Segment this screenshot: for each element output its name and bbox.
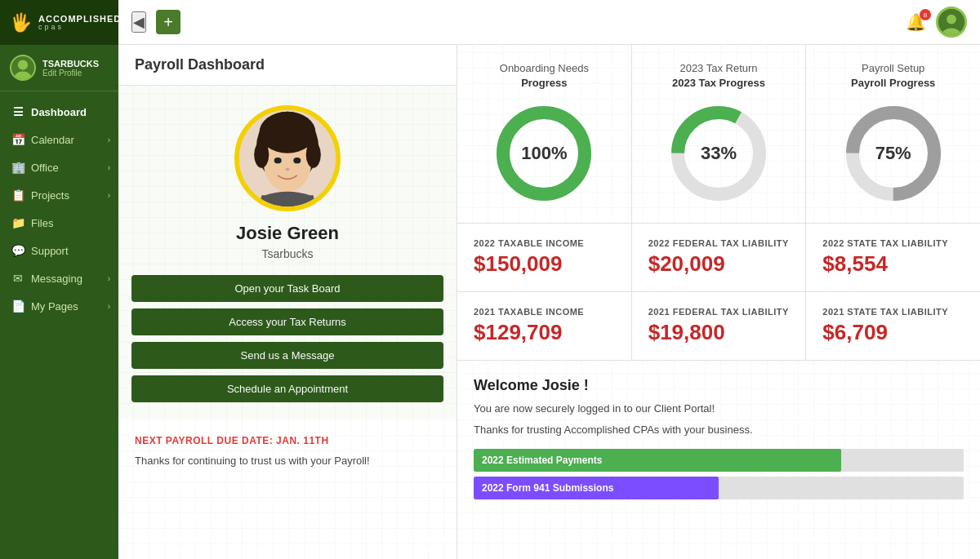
sidebar-item-mypages[interactable]: 📄 My Pages › <box>0 292 118 320</box>
tax-value: $129,709 <box>474 320 615 345</box>
main: ◀ + 🔔 8 Payroll Dashboard <box>118 0 980 559</box>
tax-value: $150,009 <box>474 251 615 277</box>
progress-label-2: 2022 Form 941 Submissions <box>482 482 613 494</box>
chart-tax-return: 2023 Tax Return 2023 Tax Progress 33% <box>632 45 807 223</box>
progress-bar-1: 2022 Estimated Payments <box>474 449 964 472</box>
tax-label: 2021 TAXABLE INCOME <box>474 307 615 317</box>
federal-tax-2022: 2022 FEDERAL TAX LIABILITY $20,009 <box>632 224 807 291</box>
profile-avatar <box>234 105 341 211</box>
welcome-title: Welcome Josie ! <box>474 377 964 394</box>
tax-label: 2022 TAXABLE INCOME <box>474 238 615 248</box>
topbar: ◀ + 🔔 8 <box>118 0 980 45</box>
svg-point-13 <box>285 168 289 171</box>
profile-name: Josie Green <box>236 223 339 244</box>
profile-section: Josie Green Tsarbucks Open your Task Boa… <box>118 86 457 419</box>
svg-point-3 <box>947 15 956 24</box>
notification-badge: 8 <box>920 9 931 20</box>
sidebar-item-messaging[interactable]: ✉ Messaging › <box>0 264 118 292</box>
mypages-icon: 📄 <box>11 299 24 313</box>
brand-sub: cpas <box>38 24 121 32</box>
state-tax-2021: 2021 STATE TAX LIABILITY $6,709 <box>806 292 980 360</box>
donut-label: 33% <box>701 143 737 164</box>
sidebar-item-files[interactable]: 📁 Files <box>0 209 118 237</box>
sidebar-item-label: Dashboard <box>31 106 87 118</box>
tax-value: $19,800 <box>648 320 790 345</box>
sidebar-item-label: My Pages <box>31 300 78 313</box>
donut-chart-2: 33% <box>666 100 772 206</box>
chart-payroll: Payroll Setup Payroll Progress 75% <box>806 45 980 223</box>
federal-tax-2021: 2021 FEDERAL TAX LIABILITY $19,800 <box>632 292 807 360</box>
messaging-icon: ✉ <box>11 272 24 285</box>
add-button[interactable]: + <box>156 10 180 34</box>
welcome-line1: You are now securely logged in to our Cl… <box>474 401 964 417</box>
content: Payroll Dashboard <box>118 45 980 559</box>
chevron-icon: › <box>108 191 110 200</box>
tax-value: $20,009 <box>648 251 790 277</box>
logo: 🖐 ACCOMPLISHED cpas <box>0 0 118 45</box>
sidebar-item-label: Support <box>31 245 69 257</box>
svg-point-11 <box>274 157 282 163</box>
sidebar-nav: ☰ Dashboard 📅 Calendar › 🏢 Office › 📋 Pr… <box>0 91 118 559</box>
office-icon: 🏢 <box>11 161 24 174</box>
chevron-icon: › <box>108 163 110 172</box>
support-icon: 💬 <box>11 244 24 257</box>
tax-label: 2021 STATE TAX LIABILITY <box>822 307 964 317</box>
progress-fill-1: 2022 Estimated Payments <box>474 449 841 472</box>
tax-value: $8,554 <box>822 251 964 277</box>
projects-icon: 📋 <box>11 189 24 202</box>
sidebar-item-label: Calendar <box>31 134 74 146</box>
tax-label: 2022 FEDERAL TAX LIABILITY <box>648 238 790 248</box>
notification-bell[interactable]: 🔔 8 <box>906 12 926 32</box>
sidebar-edit-profile[interactable]: Edit Profile <box>42 69 99 78</box>
tax-label: 2022 STATE TAX LIABILITY <box>822 238 964 248</box>
dashboard-icon: ☰ <box>11 105 24 118</box>
welcome-section: Welcome Josie ! You are now securely log… <box>457 361 980 559</box>
progress-bars: 2022 Estimated Payments 2022 Form 941 Su… <box>474 449 964 499</box>
sidebar-item-label: Messaging <box>31 273 82 285</box>
tax-value: $6,709 <box>822 320 964 345</box>
chevron-icon: › <box>108 302 110 311</box>
progress-fill-2: 2022 Form 941 Submissions <box>474 477 719 499</box>
sidebar-item-support[interactable]: 💬 Support <box>0 237 118 264</box>
sidebar-item-office[interactable]: 🏢 Office › <box>0 153 118 181</box>
svg-point-0 <box>18 60 28 69</box>
tax-2022-row: 2022 TAXABLE INCOME $150,009 2022 FEDERA… <box>457 224 980 292</box>
task-board-button[interactable]: Open your Task Board <box>131 275 443 302</box>
tax-label: 2021 FEDERAL TAX LIABILITY <box>648 307 790 317</box>
charts-row: Onboarding Needs Progress 100% 2023 <box>457 45 980 224</box>
donut-chart-1: 100% <box>491 100 597 206</box>
chart-title: Payroll Setup Payroll Progress <box>851 61 935 91</box>
sidebar-item-dashboard[interactable]: ☰ Dashboard <box>0 98 118 126</box>
svg-point-10 <box>306 141 321 168</box>
welcome-line2: Thanks for trusting Accomplished CPAs wi… <box>474 422 964 438</box>
progress-label-1: 2022 Estimated Payments <box>482 455 602 466</box>
chart-title: Onboarding Needs Progress <box>500 61 589 91</box>
svg-point-9 <box>254 141 269 168</box>
sidebar: 🖐 ACCOMPLISHED cpas TSARBUCKS Edit Profi… <box>0 0 118 559</box>
tax-returns-button[interactable]: Access your Tax Returns <box>131 308 443 335</box>
chevron-icon: › <box>108 135 110 144</box>
sidebar-item-label: Projects <box>31 189 69 202</box>
appointment-button[interactable]: Schedule an Appointment <box>131 375 443 402</box>
logo-icon: 🖐 <box>10 12 32 33</box>
profile-buttons: Open your Task Board Access your Tax Ret… <box>131 275 443 402</box>
chevron-icon: › <box>108 274 110 283</box>
donut-label: 75% <box>875 143 911 164</box>
files-icon: 📁 <box>11 216 24 229</box>
svg-point-12 <box>293 157 301 163</box>
user-avatar-button[interactable] <box>936 7 967 38</box>
donut-chart-3: 75% <box>840 100 947 206</box>
sidebar-item-label: Files <box>31 217 53 229</box>
payroll-message: Thanks for continuing to trust us with y… <box>135 455 440 467</box>
send-message-button[interactable]: Send us a Message <box>131 342 443 369</box>
sidebar-item-calendar[interactable]: 📅 Calendar › <box>0 126 118 153</box>
collapse-button[interactable]: ◀ <box>131 11 146 33</box>
donut-label: 100% <box>521 143 567 164</box>
sidebar-item-projects[interactable]: 📋 Projects › <box>0 181 118 209</box>
state-tax-2022: 2022 STATE TAX LIABILITY $8,554 <box>806 224 980 291</box>
payroll-section: NEXT PAYROLL DUE DATE: JAN. 11TH Thanks … <box>118 419 457 559</box>
brand-name: ACCOMPLISHED <box>38 14 121 24</box>
sidebar-profile[interactable]: TSARBUCKS Edit Profile <box>0 45 118 91</box>
avatar <box>10 55 36 81</box>
chart-onboarding: Onboarding Needs Progress 100% <box>457 45 632 223</box>
